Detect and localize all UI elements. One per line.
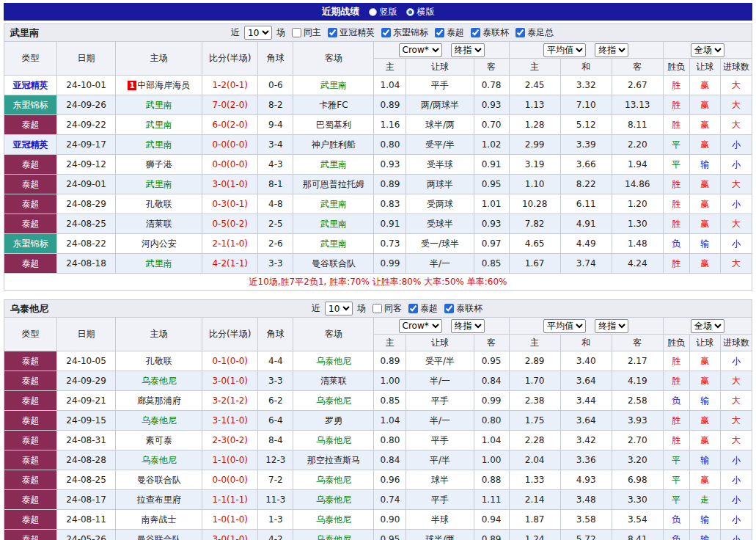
- result-handicap: 输: [689, 530, 720, 540]
- league-checkbox[interactable]: [515, 28, 525, 37]
- euro-odds-0: 1.33: [509, 470, 560, 490]
- result-outcome: 平: [663, 155, 689, 175]
- league-checkbox[interactable]: [381, 28, 391, 37]
- result-goals: 大: [720, 115, 752, 135]
- odds-source-select[interactable]: Crow*: [399, 319, 442, 333]
- match-row: 泰超24-08-18武里南4-2(1-1)3-3曼谷联合队0.99半/一0.85…: [4, 254, 752, 274]
- euro-odds-2: 8.41: [612, 530, 663, 540]
- same-venue-checkbox[interactable]: [292, 28, 301, 37]
- euro-odds-2: 3.54: [612, 510, 663, 530]
- result-outcome: 胜: [663, 76, 689, 95]
- scope-select[interactable]: 全场: [691, 43, 724, 57]
- result-handicap: 输: [689, 234, 720, 254]
- match-competition: 泰超: [4, 470, 57, 490]
- home-team-name: 乌泰他尼: [142, 376, 177, 386]
- result-goals: 小: [720, 155, 752, 175]
- sub-header-goals: 进球数: [720, 59, 752, 76]
- home-team-name: 南奔战士: [142, 514, 177, 525]
- match-score: 1-0(1-0): [202, 510, 258, 530]
- euro-odds-0: 1.24: [509, 530, 560, 540]
- same-venue-checkbox[interactable]: [373, 304, 382, 313]
- layout-option-vertical[interactable]: 竖版: [369, 6, 397, 18]
- away-team-name: 神户胜利船: [312, 139, 356, 150]
- sub-header-away-win: 客: [612, 335, 663, 351]
- league-label: 泰联杯: [456, 302, 482, 315]
- asia-odds-0: 0.91: [374, 214, 406, 234]
- match-corners: 2-5: [258, 214, 293, 234]
- league-checkbox[interactable]: [408, 304, 418, 313]
- euro-odds-2: 4.19: [612, 371, 663, 391]
- match-score: 4-2(1-1): [202, 254, 258, 274]
- result-outcome: 胜: [663, 194, 689, 214]
- asia-odds-1: 半/一: [406, 254, 474, 274]
- asia-odds-0: 1.16: [374, 115, 406, 135]
- home-team-name: 乌泰他尼: [142, 455, 177, 465]
- column-header-home: 主场: [116, 42, 202, 76]
- league-checkbox[interactable]: [444, 304, 454, 313]
- match-corners: 9-4: [258, 115, 293, 135]
- asia-odds-2: 1.11: [474, 490, 509, 510]
- recent-count-select[interactable]: 10: [325, 302, 353, 315]
- match-row: 泰超24-08-11南奔战士1-0(1-0)1-3乌泰他尼0.90半球0.941…: [4, 510, 752, 530]
- euro-odds-2: 6.98: [612, 470, 663, 490]
- euro-odds-0: 1.13: [509, 95, 560, 115]
- red-card-badge: 1: [128, 81, 136, 90]
- home-team: 乌泰他尼: [116, 371, 202, 391]
- recent-count-select[interactable]: 10: [244, 26, 272, 40]
- euro-odds-2: 1.48: [612, 234, 663, 254]
- odds-time-select[interactable]: 终指: [451, 43, 485, 57]
- away-team-name: 巴蜀基利: [316, 120, 351, 130]
- results-table: 类型日期主场比分(半场)角球客场Crow*终指平均值终指全场主让球客主和客胜负让…: [4, 317, 752, 540]
- result-outcome: 平: [663, 450, 689, 470]
- euro-odds-1: 8.22: [560, 175, 612, 194]
- match-date: 24-08-17: [57, 490, 116, 510]
- sub-header-home-win: 主: [509, 59, 560, 76]
- asia-odds-1: 受平/半: [406, 351, 474, 371]
- result-outcome: 胜: [663, 351, 689, 371]
- sections-container: 武里南近10场同主亚冠精英东盟锦标泰超泰联杯泰足总类型日期主场比分(半场)角球客…: [4, 23, 752, 540]
- home-team: 曼谷联合队: [116, 470, 202, 490]
- euro-time-select[interactable]: 终指: [595, 43, 628, 57]
- euro-time-select[interactable]: 终指: [595, 319, 628, 333]
- match-score: 1-1(0-0): [202, 450, 258, 470]
- home-team-name: 拉查布里府: [137, 495, 181, 505]
- home-team: 乌泰他尼: [116, 411, 202, 431]
- league-label: 泰超: [447, 26, 464, 39]
- radio-vertical-icon[interactable]: [369, 8, 377, 16]
- column-header-corners: 角球: [258, 318, 293, 351]
- away-team-name: 卡雅FC: [319, 100, 348, 110]
- sub-header-away-odds: 客: [474, 335, 509, 351]
- layout-option-horizontal[interactable]: 横版: [406, 6, 435, 18]
- euro-odds-2: 2.58: [612, 391, 663, 411]
- match-date: 24-09-26: [57, 95, 116, 115]
- odds-source-select[interactable]: Crow*: [399, 43, 442, 57]
- away-team: 乌泰他尼: [293, 470, 374, 490]
- euro-source-select[interactable]: 平均值: [543, 43, 586, 57]
- match-score: 3-2(1-2): [202, 391, 258, 411]
- odds-time-select[interactable]: 终指: [451, 319, 485, 333]
- match-competition: 泰超: [4, 254, 57, 274]
- league-checkbox[interactable]: [471, 28, 480, 37]
- asia-odds-2: 1.01: [474, 194, 509, 214]
- match-row: 亚冠精英24-09-17武里南0-0(0-0)3-4神户胜利船0.80受平/半1…: [4, 135, 752, 155]
- euro-odds-0: 2.28: [509, 431, 560, 450]
- away-team-name: 武里南: [320, 199, 347, 209]
- asia-odds-selects: Crow*终指: [375, 43, 507, 57]
- radio-horizontal-icon[interactable]: [406, 8, 414, 16]
- match-corners: 4-8: [258, 194, 293, 214]
- league-checkbox[interactable]: [328, 28, 337, 37]
- asia-odds-1: 平/半: [406, 450, 474, 470]
- euro-odds-0: 2.04: [509, 450, 560, 470]
- match-corners: 3-3: [258, 254, 293, 274]
- result-goals: 小: [720, 530, 752, 540]
- asia-odds-2: 1.02: [474, 135, 509, 155]
- home-team: 拉查布里府: [116, 490, 202, 510]
- scope-select[interactable]: 全场: [691, 319, 724, 333]
- euro-source-select[interactable]: 平均值: [543, 319, 586, 333]
- sub-header-handicap: 让球: [406, 59, 474, 76]
- home-team: 狮子港: [116, 155, 202, 175]
- league-checkbox[interactable]: [435, 28, 444, 37]
- euro-odds-0: 1.67: [509, 254, 560, 274]
- home-team: 武里南: [116, 254, 202, 274]
- euro-odds-0: 4.65: [509, 234, 560, 254]
